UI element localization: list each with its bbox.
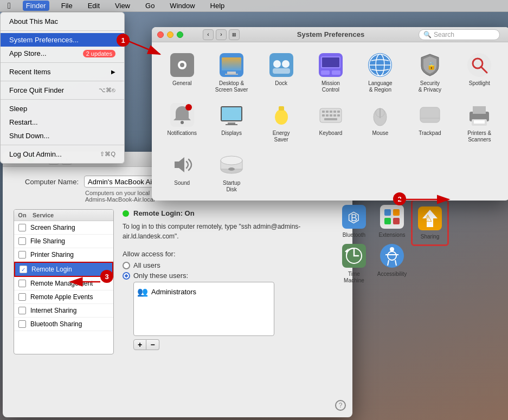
finder-menu-item[interactable]: Finder [23,1,49,11]
only-these-users-radio[interactable] [123,272,130,280]
preferences-icon-grid: General Desktop &Screen Saver Dock Missi… [152,42,508,201]
pref-startup[interactable]: StartupDisk [207,147,256,197]
add-user-button[interactable]: + [133,339,146,350]
go-menu-item[interactable]: Go [142,1,158,11]
view-menu-item[interactable]: View [112,1,133,11]
pref-keyboard[interactable]: Keyboard [306,98,355,147]
recent-items-menu-item[interactable]: Recent Items ▶ [1,65,124,79]
internet-sharing-checkbox[interactable] [18,307,26,314]
pref-accessibility[interactable]: Accessibility [373,238,411,288]
all-users-radio-row[interactable]: All users [123,261,342,269]
svg-rect-44 [333,114,336,117]
back-button[interactable]: ‹ [203,29,214,40]
all-users-radio[interactable] [123,262,130,269]
bluetooth-sharing-checkbox[interactable] [18,320,26,328]
svg-rect-41 [322,114,325,117]
force-quit-item[interactable]: Force Quit Finder ⌥⌘⎋ [1,83,124,97]
system-preferences-item[interactable]: System Preferences... [1,33,124,47]
app-store-item[interactable]: App Store... 2 updates [1,47,124,60]
service-list: On Service Screen Sharing File Sharing [14,209,114,354]
pref-displays[interactable]: Displays [207,98,256,147]
remote-management-checkbox[interactable] [18,280,26,287]
screen-sharing-checkbox-cell [14,224,30,231]
menu-separator-1 [1,30,124,31]
only-these-users-radio-row[interactable]: Only these users: [123,272,342,280]
screen-sharing-checkbox[interactable] [18,224,26,231]
forward-button[interactable]: › [216,29,227,40]
remote-login-checkbox[interactable]: ✓ [20,266,27,273]
security-privacy-icon: 🔒 [417,52,443,78]
help-menu-item[interactable]: Help [207,1,228,11]
pref-trackpad[interactable]: Trackpad [405,98,454,147]
pref-sound[interactable]: Sound [157,147,207,197]
grid-view-button[interactable]: ⊞ [229,29,240,40]
file-sharing-checkbox[interactable] [18,237,26,245]
displays-icon [218,102,245,128]
svg-point-59 [221,156,242,165]
service-file-sharing[interactable]: File Sharing [14,235,113,248]
pref-general[interactable]: General [157,48,207,98]
pref-mission-control[interactable]: MissionControl [306,48,355,98]
remove-user-button[interactable]: − [146,339,159,350]
sleep-item[interactable]: Sleep [1,102,124,115]
shutdown-item[interactable]: Shut Down... [1,129,124,143]
pref-language[interactable]: Language& Region [356,48,405,98]
pref-energy[interactable]: EnergySaver [256,98,306,147]
step-1-badge: 1 [117,34,130,47]
keyboard-icon [318,102,344,128]
service-remote-management[interactable]: Remote Management [14,277,113,290]
about-this-mac-item[interactable]: About This Mac [1,15,124,28]
remote-apple-events-checkbox[interactable] [18,293,26,301]
sharing-icon: ⚠ [417,205,443,231]
service-remote-apple-events[interactable]: Remote Apple Events [14,290,113,304]
service-remote-login[interactable]: ✓ Remote Login [14,262,113,277]
dock-icon [268,52,294,78]
service-bluetooth-sharing[interactable]: Bluetooth Sharing [14,318,113,331]
login-status-text: Remote Login: On [133,209,195,217]
service-col-on: On [14,212,30,218]
bluetooth-sharing-checkbox-cell [14,320,30,328]
svg-rect-39 [333,111,336,113]
svg-rect-50 [420,107,440,122]
pref-sharing[interactable]: ⚠ Sharing [411,199,449,246]
pref-mouse[interactable]: Mouse [356,98,405,147]
logout-item[interactable]: Log Out Admin... ⇧⌘Q [1,147,124,161]
minimize-button[interactable] [167,31,173,38]
svg-point-11 [282,60,290,68]
system-preferences-window: ‹ › ⊞ System Preferences 🔍 Search Genera… [152,27,508,201]
file-menu-item[interactable]: File [58,1,76,11]
pref-printers[interactable]: Printers &Scanners [455,98,504,147]
step-3-badge: 3 [100,270,113,283]
login-status-row: Remote Login: On [123,209,342,217]
pref-time-machine[interactable]: TimeMachine [335,238,373,288]
pref-spotlight[interactable]: Spotlight [455,48,504,98]
close-button[interactable] [157,31,164,38]
pref-dock[interactable]: Dock [256,48,306,98]
pref-notifications[interactable]: Notifications [157,98,207,147]
pref-desktop[interactable]: Desktop &Screen Saver [207,48,256,98]
svg-point-60 [228,167,235,171]
apple-menu[interactable]:  [4,0,14,12]
service-internet-sharing[interactable]: Internet Sharing [14,304,113,318]
menu-separator-4 [1,99,124,100]
search-icon: 🔍 [423,31,432,38]
svg-point-2 [180,63,184,67]
printer-sharing-checkbox[interactable] [18,251,26,259]
svg-rect-37 [326,111,329,113]
window-menu-item[interactable]: Window [166,1,198,11]
edit-menu-item[interactable]: Edit [85,1,103,11]
printers-scanners-icon [466,102,492,128]
all-users-label: All users [133,261,160,269]
pref-security[interactable]: 🔒 Security& Privacy [405,48,454,98]
help-button[interactable]: ? [335,400,346,411]
maximize-button[interactable] [177,31,183,38]
svg-rect-5 [222,57,241,70]
svg-rect-66 [393,209,400,216]
only-these-users-label: Only these users: [133,272,188,280]
menu-separator-3 [1,81,124,81]
service-printer-sharing[interactable]: Printer Sharing [14,248,113,262]
service-screen-sharing[interactable]: Screen Sharing [14,221,113,235]
menu-separator-5 [1,145,124,145]
restart-item[interactable]: Restart... [1,115,124,129]
syspref-search[interactable]: 🔍 Search [419,29,500,40]
